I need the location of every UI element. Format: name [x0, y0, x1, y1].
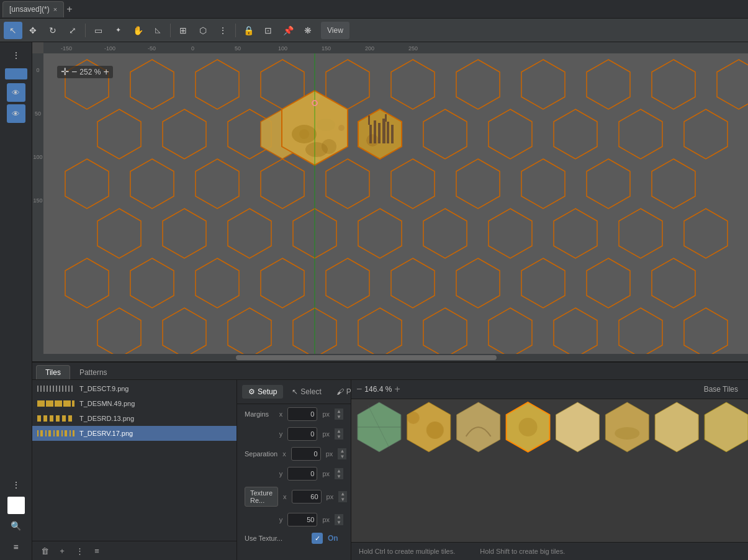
texture-x-up[interactable]: ▲	[338, 491, 347, 497]
preview-zoom-in[interactable]: +	[394, 384, 400, 395]
scale-tool-button[interactable]: ⤢	[63, 22, 82, 39]
rotate-tool-button[interactable]: ↻	[43, 22, 62, 39]
separation-y-spinner[interactable]: ▲ ▼	[335, 468, 343, 479]
setup-tab-paint[interactable]: 🖌 Paint	[330, 385, 351, 399]
eye-icon-1[interactable]: 👁	[7, 83, 25, 102]
add-file-button[interactable]: +	[55, 544, 70, 558]
menu-dots-icon[interactable]: ⋮	[7, 46, 25, 65]
tab-bar: [unsaved](*) × +	[0, 0, 748, 19]
bottom-dots-icon[interactable]: ⋮	[7, 476, 25, 494]
snap-button[interactable]: ⊡	[259, 22, 277, 39]
file-list-toolbar: 🗑 + ⋮ ≡	[32, 541, 237, 560]
canvas-content[interactable]: ✛ − 252 % +	[43, 53, 748, 354]
tab-patterns[interactable]: Patterns	[70, 365, 117, 379]
texture-x-input[interactable]	[292, 490, 322, 504]
lock-button[interactable]: 🔒	[239, 22, 258, 39]
measure-button[interactable]: ◺	[148, 22, 167, 39]
hex-button[interactable]: ⬡	[194, 22, 212, 39]
margins-x-input[interactable]	[287, 407, 317, 421]
zoom-out-button[interactable]: −	[71, 67, 77, 77]
sort-file-button[interactable]: ≡	[89, 544, 104, 558]
separation-x-unit: px	[326, 450, 333, 458]
zoom-in-button[interactable]: +	[103, 67, 109, 77]
texture-x-down[interactable]: ▼	[338, 497, 347, 502]
select-tool-button[interactable]: ↖	[4, 22, 22, 39]
svg-point-120	[615, 427, 639, 440]
delete-file-button[interactable]: 🗑	[37, 544, 52, 558]
texture-region-label: Texture Re...	[250, 489, 273, 504]
texture-y-row: y px ▲ ▼	[237, 510, 351, 530]
more-file-button[interactable]: ⋮	[72, 544, 87, 558]
margins-y-input[interactable]	[287, 427, 317, 441]
svg-text:50: 50	[35, 111, 41, 117]
pan-button[interactable]: ✋	[128, 22, 147, 39]
canvas-area[interactable]: -150 -100 -50 0 50 100 150 200 250 0 50 …	[32, 42, 748, 361]
white-square-icon[interactable]	[7, 497, 25, 514]
file-item-desrv[interactable]: T_DESRV.17.png	[32, 426, 237, 441]
settings-sidebar-icon[interactable]: ≡	[7, 538, 25, 556]
svg-rect-93	[374, 120, 376, 143]
layer-active[interactable]	[5, 68, 27, 79]
svg-rect-94	[378, 123, 381, 143]
margins-x-up[interactable]: ▲	[335, 409, 343, 414]
texture-y-spinner[interactable]: ▲ ▼	[335, 514, 343, 525]
zoom-sidebar-icon[interactable]: 🔍	[7, 517, 25, 535]
texture-region-button[interactable]: Texture Re...	[245, 487, 278, 507]
margins-x-spinner[interactable]: ▲ ▼	[335, 409, 343, 420]
separation-y-up[interactable]: ▲	[335, 468, 343, 474]
setup-panel: ⚙ Setup ↖ Select 🖌 Paint ◇	[237, 380, 351, 560]
eye-icon-2[interactable]: 👁	[7, 104, 25, 123]
file-list-panel: T_DESCT.9.png T_DESMN.49.png T_DESRD.13.…	[32, 380, 237, 560]
separation-x-up[interactable]: ▲	[338, 448, 346, 454]
svg-point-89	[317, 119, 335, 131]
view-button[interactable]: View	[321, 22, 349, 39]
preview-zoom-out[interactable]: −	[356, 384, 362, 395]
hex-grid-svg	[43, 53, 748, 354]
tab-item[interactable]: [unsaved](*) ×	[2, 1, 64, 17]
setup-tab-setup[interactable]: ⚙ Setup	[242, 385, 283, 399]
margins-y-spinner[interactable]: ▲ ▼	[335, 428, 343, 440]
file-item-desct[interactable]: T_DESCT.9.png	[32, 381, 237, 396]
preview-content	[351, 399, 748, 542]
file-item-desrd[interactable]: T_DESRD.13.png	[32, 411, 237, 426]
tab-tiles[interactable]: Tiles	[36, 365, 70, 379]
use-texture-checkbox[interactable]: ✓	[312, 533, 323, 544]
svg-rect-99	[385, 114, 387, 122]
file-icon-dotdash	[37, 430, 74, 436]
margins-x-down[interactable]: ▼	[335, 414, 343, 420]
texture-y-down[interactable]: ▼	[335, 520, 343, 525]
file-name-desct: T_DESCT.9.png	[79, 385, 128, 392]
texture-y-up[interactable]: ▲	[335, 514, 343, 520]
select-rect-button[interactable]: ▭	[89, 22, 107, 39]
grid-button[interactable]: ⊞	[174, 22, 192, 39]
move-tool-button[interactable]: ✥	[24, 22, 42, 39]
more-tools-button[interactable]: ⋮	[214, 22, 232, 39]
separation-y-input[interactable]	[287, 467, 317, 481]
margins-y-down[interactable]: ▼	[335, 434, 343, 440]
paint-dot-button[interactable]: ✦	[109, 22, 127, 39]
h-scrollbar[interactable]	[43, 354, 748, 361]
texture-x-spinner[interactable]: ▲ ▼	[338, 491, 347, 502]
use-texture-label: Use Textur...	[245, 535, 307, 542]
tab-add-button[interactable]: +	[66, 4, 72, 14]
margins-x-unit: px	[322, 410, 330, 418]
blob-button[interactable]: ❋	[299, 22, 317, 39]
separation-x-down[interactable]: ▼	[338, 454, 346, 459]
texture-y-input[interactable]	[287, 513, 317, 526]
ruler-top: -150 -100 -50 0 50 100 150 200 250	[43, 42, 748, 53]
panel-tabs: Tiles Patterns	[32, 363, 748, 380]
separation-x-input[interactable]	[291, 447, 321, 461]
file-name-desrd: T_DESRD.13.png	[79, 415, 134, 422]
setup-icon: ⚙	[248, 387, 255, 396]
panel-content: T_DESCT.9.png T_DESMN.49.png T_DESRD.13.…	[32, 380, 748, 560]
file-item-desmn[interactable]: T_DESMN.49.png	[32, 396, 237, 411]
margins-y-up[interactable]: ▲	[335, 428, 343, 434]
separation-y-down[interactable]: ▼	[335, 474, 343, 479]
tab-close-button[interactable]: ×	[53, 6, 57, 13]
h-scrollbar-thumb[interactable]	[236, 355, 497, 360]
setup-tab-select[interactable]: ↖ Select	[286, 385, 327, 399]
separation-x-spinner[interactable]: ▲ ▼	[338, 448, 346, 459]
pin-button[interactable]: 📌	[279, 22, 297, 39]
preview-zoom-controls: − 146.4 % +	[356, 384, 400, 395]
svg-text:0: 0	[36, 67, 39, 73]
